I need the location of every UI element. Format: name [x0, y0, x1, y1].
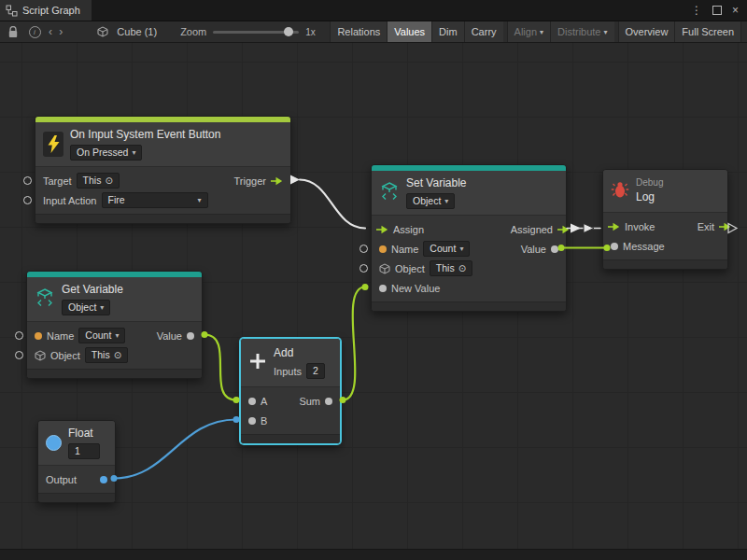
new-value-input-port[interactable]	[379, 285, 387, 292]
float-value-field[interactable]: 1	[68, 443, 100, 459]
node-debug-log[interactable]: Debug Log Invoke Exit Message	[602, 169, 728, 270]
target-this-selector[interactable]: This⊙	[77, 173, 120, 189]
graph-canvas[interactable]: On Input System Event Button On Pressed▾…	[0, 43, 747, 560]
variable-name-dropdown[interactable]: Count▾	[78, 328, 125, 343]
object-this-selector[interactable]: This⊙	[85, 347, 128, 363]
chevron-down-icon: ▾	[197, 194, 201, 206]
add-header: Add Inputs 2	[241, 339, 340, 386]
overview-button[interactable]: Overview	[618, 21, 675, 42]
variable-scope-dropdown[interactable]: Object▾	[406, 193, 455, 209]
plus-icon	[248, 352, 267, 374]
event-mode-dropdown[interactable]: On Pressed▾	[70, 145, 142, 161]
menu-kebab-icon[interactable]: ⋮	[691, 4, 702, 17]
value-label: Value	[157, 330, 182, 342]
wire-endpoint	[233, 416, 240, 423]
target-label: Target	[43, 175, 72, 187]
bug-icon	[611, 180, 629, 203]
tab-label: Script Graph	[22, 5, 80, 16]
relations-button[interactable]: Relations	[330, 21, 387, 42]
dim-button[interactable]: Dim	[431, 21, 464, 42]
node-on-input-system-event-button[interactable]: On Input System Event Button On Pressed▾…	[35, 116, 291, 224]
row-name: Name Count▾ Value	[27, 326, 202, 345]
node-float[interactable]: Float 1 Output	[37, 420, 116, 503]
assign-input-port[interactable]	[376, 225, 388, 234]
align-button[interactable]: Align▾	[507, 21, 550, 42]
variable-name-dropdown[interactable]: Count▾	[423, 241, 470, 257]
name-input-port[interactable]	[15, 331, 23, 340]
graph-toolbar: i ‹ › Cube (1) Zoom 1x Relations Values …	[0, 21, 747, 43]
value-output-port[interactable]	[187, 332, 194, 340]
chevron-down-icon: ▾	[604, 28, 608, 36]
chevron-down-icon: ▾	[444, 195, 448, 207]
values-button[interactable]: Values	[387, 21, 431, 42]
title-bar: Script Graph ⋮ ×	[0, 0, 747, 21]
row-message: Message	[603, 236, 727, 256]
tab-script-graph[interactable]: Script Graph	[0, 0, 92, 21]
output-port[interactable]	[100, 476, 107, 483]
info-icon[interactable]: i	[27, 23, 42, 40]
name-type-port[interactable]	[35, 332, 42, 340]
value-output-port[interactable]	[551, 245, 558, 253]
assigned-output-port[interactable]	[557, 225, 570, 234]
node-footer	[241, 434, 340, 443]
b-input-port[interactable]	[248, 417, 256, 425]
exit-label: Exit	[698, 221, 714, 232]
canvas-bottom-edge	[0, 549, 747, 560]
name-type-port[interactable]	[379, 245, 387, 253]
cube-icon	[95, 23, 110, 40]
event-node-body: Target This⊙ Trigger Input Action Fire▾	[35, 166, 290, 214]
trigger-output-port[interactable]	[271, 176, 283, 186]
add-body: A Sum B	[241, 386, 340, 434]
zoom-slider[interactable]	[213, 31, 299, 34]
wire-endpoint	[362, 284, 369, 290]
node-footer	[372, 301, 566, 311]
close-icon[interactable]: ×	[732, 4, 739, 17]
row-name: Name Count▾ Value	[372, 239, 566, 259]
wire-sum-to-newvalue	[343, 287, 365, 400]
object-label: Object	[50, 350, 80, 361]
node-get-variable[interactable]: Get Variable Object▾ Name Count▾ Value	[26, 271, 203, 379]
row-a: A Sum	[241, 391, 340, 411]
object-input-port[interactable]	[359, 264, 368, 273]
a-input-port[interactable]	[248, 398, 256, 405]
window-controls: ⋮ ×	[691, 4, 747, 17]
set-variable-body: Assign Assigned Name Count▾ Value	[372, 215, 566, 301]
inputs-count-field[interactable]: 2	[306, 363, 325, 379]
full-screen-button[interactable]: Full Screen	[674, 21, 741, 42]
variable-scope-dropdown[interactable]: Object▾	[62, 300, 110, 315]
distribute-button[interactable]: Distribute▾	[550, 21, 613, 42]
name-input-port[interactable]	[359, 245, 368, 253]
node-title: Add	[274, 346, 293, 360]
inputs-label: Inputs	[274, 366, 302, 377]
node-set-variable[interactable]: Set Variable Object▾ Assign Assigned Nam	[371, 164, 567, 312]
set-variable-header: Set Variable Object▾	[372, 171, 566, 215]
chevron-down-icon: ▾	[115, 329, 119, 342]
zoom-slider-handle[interactable]	[284, 27, 293, 36]
zoom-value: 1x	[305, 27, 316, 37]
exit-output-port[interactable]	[719, 222, 731, 231]
toolbar-buttons: Relations Values Dim Carry Align▾ Distri…	[330, 21, 741, 42]
object-input-port[interactable]	[15, 351, 23, 359]
carry-button[interactable]: Carry	[464, 21, 503, 42]
debug-log-header: Debug Log	[603, 170, 727, 212]
target-icon: ⊙	[458, 262, 466, 274]
message-input-port[interactable]	[611, 243, 618, 250]
target-icon: ⊙	[105, 175, 112, 187]
maximize-icon[interactable]	[712, 6, 722, 15]
row-object: Object This⊙	[27, 345, 202, 365]
row-new-value: New Value	[372, 278, 566, 298]
sum-output-port[interactable]	[325, 398, 332, 405]
input-action-port[interactable]	[23, 196, 32, 204]
wire-arrowhead	[571, 224, 581, 233]
node-add[interactable]: Add Inputs 2 A Sum	[240, 338, 341, 444]
invoke-label: Invoke	[625, 221, 655, 232]
collapse-icon[interactable]: ‹ ›	[49, 23, 64, 40]
node-title: Set Variable	[406, 176, 466, 190]
node-title: On Input System Event Button	[70, 128, 220, 142]
trigger-label: Trigger	[234, 175, 266, 187]
object-this-selector[interactable]: This⊙	[430, 260, 472, 276]
input-action-dropdown[interactable]: Fire▾	[102, 192, 208, 208]
target-input-port[interactable]	[23, 176, 32, 185]
invoke-input-port[interactable]	[608, 222, 620, 231]
lock-icon[interactable]	[6, 23, 21, 40]
